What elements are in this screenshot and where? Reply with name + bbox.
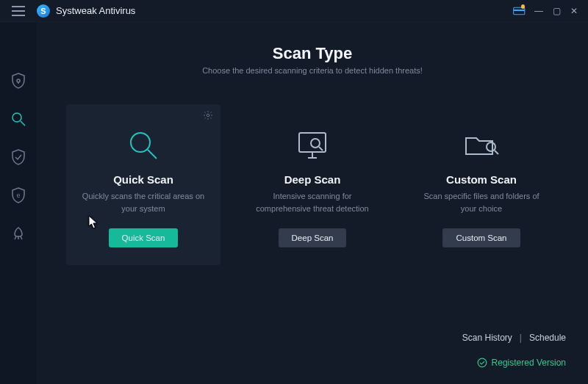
deep-scan-desc: Intensive scanning for comprehensive thr…: [243, 190, 382, 215]
deep-scan-button[interactable]: Deep Scan: [279, 228, 347, 247]
title-bar: S Systweak Antivirus — ▢ ✕: [0, 0, 588, 22]
credit-card-icon[interactable]: [513, 3, 529, 19]
svg-point-16: [311, 139, 320, 148]
app-title: Systweak Antivirus: [56, 5, 135, 16]
svg-text:e: e: [16, 192, 20, 199]
quick-scan-card[interactable]: Quick Scan Quickly scans the critical ar…: [66, 104, 220, 265]
monitor-scan-icon: [243, 125, 382, 166]
deep-scan-title: Deep Scan: [243, 173, 382, 186]
svg-point-20: [478, 358, 487, 367]
custom-scan-button[interactable]: Custom Scan: [442, 228, 520, 247]
app-logo-icon: S: [37, 4, 50, 18]
sidebar: e: [0, 22, 37, 384]
svg-line-12: [148, 150, 157, 159]
gear-icon[interactable]: [203, 110, 213, 123]
hamburger-menu[interactable]: [0, 0, 37, 21]
page-title: Scan Type: [59, 44, 566, 63]
custom-scan-desc: Scan specific files and folders of your …: [412, 190, 551, 215]
app-logo-area: S Systweak Antivirus: [37, 4, 135, 18]
scan-history-link[interactable]: Scan History: [462, 333, 512, 343]
sidebar-item-scan[interactable]: [0, 104, 37, 134]
deep-scan-card[interactable]: Deep Scan Intensive scanning for compreh…: [235, 104, 390, 265]
svg-line-19: [495, 151, 498, 154]
main-content: Scan Type Choose the desired scanning cr…: [37, 22, 588, 384]
svg-line-8: [21, 121, 25, 126]
sidebar-item-web[interactable]: e: [0, 181, 37, 210]
registered-status: Registered Version: [477, 358, 566, 368]
maximize-button[interactable]: ▢: [548, 3, 564, 19]
scan-cards: Quick Scan Quickly scans the critical ar…: [59, 104, 566, 265]
sidebar-item-rocket[interactable]: [0, 219, 37, 248]
folder-scan-icon: [412, 125, 551, 166]
magnifier-icon: [74, 125, 213, 166]
svg-point-7: [12, 113, 21, 122]
svg-point-18: [487, 142, 495, 151]
svg-rect-4: [514, 9, 525, 10]
footer-links: Scan History | Schedule: [462, 333, 566, 343]
window-controls: — ▢ ✕: [513, 3, 582, 19]
custom-scan-title: Custom Scan: [412, 173, 551, 186]
svg-point-5: [17, 79, 20, 82]
page-subtitle: Choose the desired scanning criteria to …: [59, 66, 566, 75]
quick-scan-desc: Quickly scans the critical areas on your…: [74, 190, 213, 215]
schedule-link[interactable]: Schedule: [529, 333, 566, 343]
svg-point-10: [207, 114, 209, 117]
minimize-button[interactable]: —: [531, 3, 547, 19]
registered-label: Registered Version: [492, 358, 566, 368]
close-button[interactable]: ✕: [566, 3, 582, 19]
quick-scan-title: Quick Scan: [74, 173, 213, 186]
divider: |: [520, 333, 522, 343]
quick-scan-button[interactable]: Quick Scan: [109, 228, 179, 247]
svg-line-17: [319, 147, 323, 151]
custom-scan-card[interactable]: Custom Scan Scan specific files and fold…: [404, 104, 559, 265]
sidebar-item-lock[interactable]: [0, 66, 37, 95]
sidebar-item-shield[interactable]: [0, 142, 37, 172]
svg-point-11: [131, 133, 150, 152]
